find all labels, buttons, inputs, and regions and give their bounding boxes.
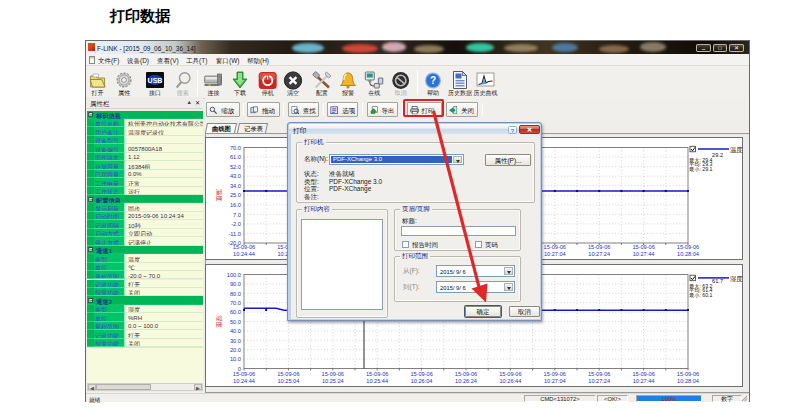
svg-text:80.0: 80.0 (230, 291, 241, 297)
svg-text:15-09-06: 15-09-06 (544, 371, 566, 377)
svg-text:10:28:04: 10:28:04 (677, 378, 699, 384)
svg-text:61.7: 61.7 (712, 278, 723, 284)
svg-text:10:26:04: 10:26:04 (411, 378, 433, 384)
svg-text:10:25:44: 10:25:44 (366, 378, 388, 384)
svg-text:15-09-06: 15-09-06 (410, 371, 432, 377)
svg-text:10:26:44: 10:26:44 (500, 378, 522, 384)
svg-text:10:26:24: 10:26:24 (455, 378, 477, 384)
svg-text:10:24:44: 10:24:44 (233, 251, 255, 257)
svg-text:15-09-06: 15-09-06 (677, 371, 699, 377)
svg-text:15-09-06: 15-09-06 (233, 371, 255, 377)
svg-text:15-09-06: 15-09-06 (632, 371, 654, 377)
svg-text:60.0: 60.0 (230, 309, 241, 315)
svg-text:-11.0: -11.0 (228, 231, 241, 237)
svg-text:40.0: 40.0 (230, 328, 241, 334)
svg-text:50.0: 50.0 (230, 319, 241, 325)
svg-text:15-09-06: 15-09-06 (366, 371, 388, 377)
svg-text:10:27:04: 10:27:04 (544, 251, 566, 257)
svg-text:34.0: 34.0 (230, 183, 241, 189)
svg-text:20.0: 20.0 (230, 347, 241, 353)
svg-text:29.2: 29.2 (712, 152, 723, 158)
svg-text:15-09-06: 15-09-06 (233, 244, 255, 250)
svg-text:15-09-06: 15-09-06 (588, 371, 610, 377)
svg-text:10:24:44: 10:24:44 (233, 378, 255, 384)
svg-text:30.0: 30.0 (230, 338, 241, 344)
svg-text:温度: 温度 (730, 146, 743, 154)
svg-text:10:27:24: 10:27:24 (588, 378, 610, 384)
svg-text:15-09-06: 15-09-06 (322, 371, 344, 377)
svg-text:10:25:24: 10:25:24 (322, 378, 344, 384)
svg-text:10:25:04: 10:25:04 (278, 378, 300, 384)
svg-text:61.0: 61.0 (230, 154, 241, 160)
svg-text:7.0: 7.0 (233, 212, 241, 218)
svg-text:15-09-06: 15-09-06 (499, 371, 521, 377)
svg-text:100.0: 100.0 (227, 272, 241, 278)
svg-text:15-09-06: 15-09-06 (544, 244, 566, 250)
svg-text:最小: 29.1: 最小: 29.1 (689, 166, 712, 172)
svg-text:70.0: 70.0 (230, 300, 241, 306)
svg-text:90.0: 90.0 (230, 281, 241, 287)
svg-text:15-09-06: 15-09-06 (277, 371, 299, 377)
svg-text:最小: 60.1: 最小: 60.1 (689, 292, 712, 298)
svg-text:15-09-06: 15-09-06 (455, 371, 477, 377)
svg-text:10:28:04: 10:28:04 (677, 251, 699, 257)
svg-text:10.0: 10.0 (230, 356, 241, 362)
svg-text:25.0: 25.0 (230, 192, 241, 198)
svg-text:温度: 温度 (215, 189, 223, 202)
svg-text:16.0: 16.0 (230, 202, 241, 208)
svg-text:USB: USB (148, 77, 163, 84)
svg-text:湿度: 湿度 (730, 275, 743, 283)
svg-text:10:27:04: 10:27:04 (544, 378, 566, 384)
svg-text:10:27:24: 10:27:24 (588, 251, 610, 257)
svg-text:?: ? (430, 75, 436, 86)
svg-text:湿度: 湿度 (215, 315, 223, 328)
svg-text:52.0: 52.0 (230, 164, 241, 170)
svg-text:15-09-06: 15-09-06 (677, 244, 699, 250)
svg-text:10:27:44: 10:27:44 (633, 378, 655, 384)
svg-text:70.0: 70.0 (230, 145, 241, 151)
svg-text:15-09-06: 15-09-06 (588, 244, 610, 250)
svg-text:-2.0: -2.0 (231, 221, 241, 227)
svg-text:43.0: 43.0 (230, 173, 241, 179)
svg-text:10:27:44: 10:27:44 (633, 251, 655, 257)
svg-text:15-09-06: 15-09-06 (632, 244, 654, 250)
